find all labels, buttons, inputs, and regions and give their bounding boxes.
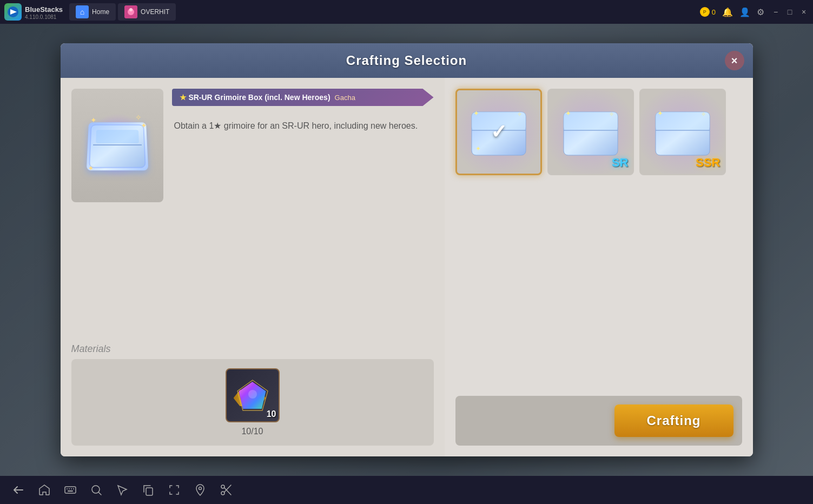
home-tab-label: Home xyxy=(92,8,109,16)
item-info: ★ SR-UR Grimoire Box (incl. New Heroes) … xyxy=(172,89,434,137)
scissors-button[interactable] xyxy=(219,482,234,498)
fullscreen-button[interactable] xyxy=(167,482,182,498)
notification-icon[interactable]: 🔔 xyxy=(722,7,733,17)
coin-area: P 0 xyxy=(700,7,716,17)
coin-count: 0 xyxy=(712,8,716,16)
tab-home[interactable]: ⌂ Home xyxy=(69,3,116,21)
material-icon-box: 10 xyxy=(226,368,280,422)
sparkle-g3a: ✦ xyxy=(657,109,663,117)
taskbar-right: P 0 🔔 👤 ⚙ − □ × xyxy=(700,7,809,17)
material-count-badge: 10 xyxy=(267,409,276,419)
svg-line-28 xyxy=(98,492,101,495)
sparkle-1: ✦ xyxy=(90,116,97,124)
grid-item-3-inner: ✦ ✧ SSR xyxy=(640,90,725,174)
svg-rect-9 xyxy=(96,130,139,143)
grid-item-2[interactable]: ✦ ✧ SR xyxy=(547,89,634,175)
grid-item-3[interactable]: ✦ ✧ SSR xyxy=(639,89,726,175)
crafting-button[interactable]: Crafting xyxy=(614,404,733,437)
sparkle-g1a: ✦ xyxy=(473,109,479,117)
bluestacks-logo: BlueStacks 4.110.0.1081 xyxy=(4,3,63,21)
overhit-tab-icon xyxy=(124,5,137,18)
item-preview-area: ✦ ✧ ✦ ✦ ★ SR-UR Grimoire Box (incl. New … xyxy=(71,89,434,202)
minimize-button[interactable]: − xyxy=(771,7,781,17)
bluestacks-icon xyxy=(4,3,22,21)
item-tag: Gacha xyxy=(335,94,355,102)
sparkle-3: ✦ xyxy=(88,164,94,173)
ssr-badge: SSR xyxy=(696,156,720,170)
grimoire-image: ✦ ✧ ✦ ✦ xyxy=(82,110,153,181)
grid-item-1-inner: ✦ ✧ ✦ ✓ xyxy=(457,90,540,174)
overhit-tab-label: OVERHIT xyxy=(141,8,169,16)
item-description: Obtain a 1★ grimoire for an SR-UR hero, … xyxy=(172,115,434,137)
close-button[interactable]: × xyxy=(799,7,809,17)
grid-item-2-inner: ✦ ✧ SR xyxy=(548,90,633,174)
materials-box: 10 10/10 xyxy=(71,359,434,446)
grimoire-box xyxy=(86,122,148,170)
sparkle-g1b: ✧ xyxy=(517,111,522,118)
item-title-bar: ★ SR-UR Grimoire Box (incl. New Heroes) … xyxy=(172,89,434,106)
main-area: Crafting Selection × xyxy=(0,24,813,476)
home-tab-icon: ⌂ xyxy=(76,5,89,18)
sparkle-g3b: ✧ xyxy=(701,111,706,118)
sparkle-g2a: ✦ xyxy=(565,109,571,117)
location-button[interactable] xyxy=(193,482,208,498)
item-image-box: ✦ ✧ ✦ ✦ xyxy=(71,89,163,202)
item-grid: ✦ ✧ ✦ ✓ xyxy=(455,89,742,175)
modal-header: Crafting Selection × xyxy=(61,43,753,78)
sr-badge: SR xyxy=(612,156,629,170)
modal-body: ✦ ✧ ✦ ✦ ★ SR-UR Grimoire Box (incl. New … xyxy=(61,78,753,456)
taskbar-top: BlueStacks 4.110.0.1081 ⌂ Home OVERHIT P… xyxy=(0,0,813,24)
sparkle-4: ✦ xyxy=(141,121,147,130)
modal-overlay: Crafting Selection × xyxy=(0,24,813,476)
cursor-button[interactable] xyxy=(115,482,130,498)
sparkle-g1c: ✦ xyxy=(475,145,481,152)
material-gem-icon xyxy=(236,379,269,412)
svg-point-30 xyxy=(199,487,202,490)
craft-button-area: Crafting xyxy=(455,396,742,446)
svg-rect-21 xyxy=(65,487,76,493)
grid-item-1[interactable]: ✦ ✧ ✦ ✓ xyxy=(455,89,542,175)
settings-icon[interactable]: ⚙ xyxy=(757,7,764,17)
home-button[interactable] xyxy=(37,482,52,498)
star-rating: ★ xyxy=(180,93,187,102)
keyboard-button[interactable] xyxy=(63,482,78,498)
bluestacks-text: BlueStacks 4.110.0.1081 xyxy=(25,4,63,20)
account-icon[interactable]: 👤 xyxy=(739,7,750,17)
item-title-text: ★ SR-UR Grimoire Box (incl. New Heroes) xyxy=(180,93,331,102)
modal-close-button[interactable]: × xyxy=(725,51,744,70)
tab-overhit[interactable]: OVERHIT xyxy=(118,3,176,21)
svg-point-11 xyxy=(248,390,257,399)
materials-label: Materials xyxy=(71,343,434,355)
maximize-button[interactable]: □ xyxy=(785,7,795,17)
window-controls: − □ × xyxy=(771,7,809,17)
sparkle-2: ✧ xyxy=(135,113,142,122)
materials-section: Materials xyxy=(71,343,434,446)
check-mark: ✓ xyxy=(485,118,512,145)
material-quantity: 10/10 xyxy=(241,427,263,436)
copy-button[interactable] xyxy=(141,482,156,498)
left-panel: ✦ ✧ ✦ ✦ ★ SR-UR Grimoire Box (incl. New … xyxy=(61,78,445,456)
back-button[interactable] xyxy=(11,482,26,498)
coin-icon: P xyxy=(700,7,710,17)
modal-title: Crafting Selection xyxy=(346,53,467,68)
svg-rect-29 xyxy=(146,488,153,495)
crafting-selection-modal: Crafting Selection × xyxy=(61,43,753,456)
taskbar-bottom xyxy=(0,476,813,504)
sparkle-g2b: ✧ xyxy=(609,111,614,118)
svg-point-6 xyxy=(129,8,133,11)
search-button[interactable] xyxy=(89,482,104,498)
right-panel: ✦ ✧ ✦ ✓ xyxy=(445,78,753,456)
material-item: 10 10/10 xyxy=(226,368,280,436)
item-name-text: SR-UR Grimoire Box (incl. New Heroes) xyxy=(188,93,330,102)
svg-text:⌂: ⌂ xyxy=(80,8,84,16)
